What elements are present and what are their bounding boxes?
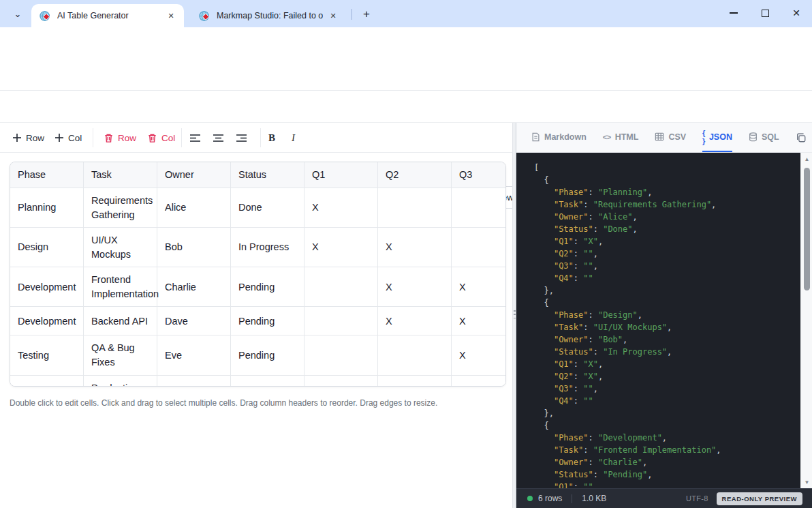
align-right-button[interactable] <box>236 123 247 153</box>
table-cell[interactable]: Pending <box>231 267 304 307</box>
table-cell[interactable]: Pending <box>231 307 304 335</box>
table-cell[interactable]: Production Deployment <box>84 376 157 387</box>
code-scrollbar[interactable]: ▲ ▼ <box>800 153 812 488</box>
format-tab-json[interactable]: { }JSON <box>702 123 732 152</box>
table-cell[interactable] <box>452 188 506 228</box>
column-header-owner[interactable]: Owner <box>157 162 231 188</box>
table-cell[interactable]: X <box>452 267 506 307</box>
table-cell[interactable] <box>304 267 378 307</box>
table-cell[interactable] <box>304 307 378 335</box>
table-cell[interactable] <box>378 335 452 375</box>
encoding-label: UTF-8 <box>686 494 708 503</box>
table-cell[interactable]: Testing <box>10 335 84 375</box>
tab-close-icon[interactable]: ✕ <box>165 10 177 22</box>
panel-resize-grip[interactable] <box>514 310 516 318</box>
table-cell[interactable]: Bob <box>157 228 231 267</box>
code-preview-area[interactable]: [ { "Phase": "Planning", "Task": "Requir… <box>516 153 812 488</box>
table-cell[interactable]: Requirements Gathering <box>84 188 157 228</box>
table-cell[interactable]: Dave <box>157 307 231 335</box>
table-cell[interactable]: X <box>378 267 452 307</box>
column-header-phase[interactable]: Phase <box>10 162 84 188</box>
delete-row-label: Row <box>118 133 136 143</box>
preview-panel: Markdown<>HTMLCSV{ }JSONSQL [ { "Phase":… <box>516 123 812 508</box>
table-cell[interactable]: Frontend Implementation <box>84 267 157 307</box>
table-cell[interactable]: Eve <box>157 335 231 375</box>
italic-button[interactable]: I <box>292 123 295 153</box>
table-cell[interactable] <box>304 376 378 387</box>
table-cell[interactable] <box>452 228 506 267</box>
browser-window: ⌄ AI Table Generator ✕ Markmap Studio: F… <box>0 0 812 508</box>
toolbar-separator <box>260 128 261 147</box>
table-cell[interactable]: X <box>378 228 452 267</box>
table-row: PlanningRequirements GatheringAliceDoneX <box>10 188 506 228</box>
add-col-button[interactable]: Col <box>54 123 82 153</box>
browser-tab-active[interactable]: AI Table Generator ✕ <box>31 4 184 27</box>
browser-tab-inactive[interactable]: Markmap Studio: Failed to oper ✕ <box>191 4 346 27</box>
column-header-status[interactable]: Status <box>231 162 304 188</box>
new-tab-button[interactable]: + <box>358 6 375 23</box>
table-cell[interactable]: Pending <box>231 335 304 375</box>
add-row-button[interactable]: Row <box>12 123 44 153</box>
table-cell[interactable] <box>452 376 506 387</box>
table-row: TestingQA & Bug FixesEvePendingX <box>10 335 506 375</box>
format-tab-sql[interactable]: SQL <box>749 123 779 152</box>
browser-tab-strip: ⌄ AI Table Generator ✕ Markmap Studio: F… <box>0 0 812 27</box>
table-cell[interactable] <box>378 188 452 228</box>
table-cell[interactable]: Launch <box>10 376 84 387</box>
app-header: AI Table Generator Powered by Visual Par… <box>0 57 812 91</box>
table-row: DesignUI/UX MockupsBobIn ProgressXX <box>10 228 506 267</box>
scrollbar-down-arrow[interactable]: ▼ <box>801 477 812 488</box>
format-tab-csv[interactable]: CSV <box>655 123 686 152</box>
window-close-button[interactable]: ✕ <box>781 0 812 26</box>
copy-code-button[interactable] <box>796 132 807 143</box>
table-cell[interactable] <box>304 335 378 375</box>
table-cell[interactable]: X <box>378 307 452 335</box>
code-icon: <> <box>603 133 611 141</box>
scrollbar-thumb[interactable] <box>804 168 810 290</box>
table-row: DevelopmentBackend APIDavePendingXX <box>10 307 506 335</box>
scrollbar-up-arrow[interactable]: ▲ <box>801 153 812 164</box>
column-header-q1[interactable]: Q1 <box>304 162 378 188</box>
column-header-task[interactable]: Task <box>84 162 157 188</box>
tab-search-chevron-icon[interactable]: ⌄ <box>10 6 26 21</box>
table-cell[interactable]: Charlie <box>157 267 231 307</box>
bold-button[interactable]: B <box>268 123 275 153</box>
window-minimize-button[interactable] <box>718 0 749 26</box>
format-tab-markdown[interactable]: Markdown <box>531 123 587 152</box>
table-cell[interactable]: Development <box>10 307 84 335</box>
table-cell[interactable] <box>378 376 452 387</box>
tab-close-icon[interactable]: ✕ <box>327 10 339 22</box>
tab-separator <box>352 9 352 20</box>
table-edit-toolbar: Row Col Row Col B I <box>0 123 512 153</box>
delete-col-button[interactable]: Col <box>147 123 175 153</box>
table-cell[interactable]: Done <box>231 188 304 228</box>
align-center-button[interactable] <box>213 123 224 153</box>
table-cell[interactable]: Development <box>10 267 84 307</box>
table-cell[interactable]: Backend API <box>84 307 157 335</box>
column-header-q3[interactable]: Q3 <box>452 162 506 188</box>
table-cell[interactable]: X <box>452 335 506 375</box>
table-cell[interactable]: All <box>157 376 231 387</box>
table-cell[interactable]: UI/UX Mockups <box>84 228 157 267</box>
delete-row-button[interactable]: Row <box>104 123 136 153</box>
table-cell[interactable]: Pending <box>231 376 304 387</box>
format-tab-html[interactable]: <>HTML <box>603 123 639 152</box>
table-cell[interactable]: QA & Bug Fixes <box>84 335 157 375</box>
column-header-q2[interactable]: Q2 <box>378 162 452 188</box>
roadmap-table: PhaseTaskOwnerStatusQ1Q2Q3Q4 PlanningReq… <box>10 162 506 387</box>
db-icon <box>749 132 758 142</box>
table-cell[interactable]: X <box>304 188 378 228</box>
align-left-button[interactable] <box>189 123 201 153</box>
table-cell[interactable]: In Progress <box>231 228 304 267</box>
main-toolbar: Ask AI Project Roadmap New Table Example… <box>0 91 812 123</box>
favicon-icon <box>40 10 51 22</box>
format-tab-label: SQL <box>762 132 779 142</box>
table-cell[interactable]: Design <box>10 228 84 267</box>
table-cell[interactable]: Alice <box>157 188 231 228</box>
format-tab-label: JSON <box>709 132 732 142</box>
table-cell[interactable]: X <box>304 228 378 267</box>
window-maximize-button[interactable] <box>749 0 781 26</box>
table-cell[interactable]: Planning <box>10 188 84 228</box>
favicon-icon <box>199 10 210 22</box>
table-cell[interactable]: X <box>452 307 506 335</box>
